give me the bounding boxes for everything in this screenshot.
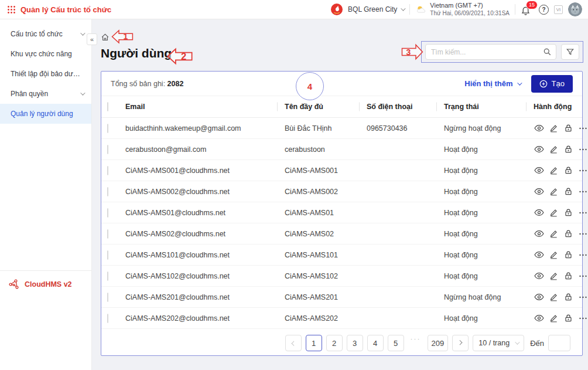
row-checkbox[interactable] [107,145,108,154]
view-eye-icon[interactable] [534,271,544,281]
view-eye-icon[interactable] [534,186,544,197]
lock-icon[interactable] [563,292,573,303]
cell-fullname: CiAMS-AMS202 [285,314,367,323]
cell-fullname: CiAMS-AMS001 [285,167,367,175]
view-eye-icon[interactable] [534,208,544,218]
row-checkbox[interactable] [107,229,108,239]
sidebar-item-thiet-lap-doi-bao-duong[interactable]: Thiết lập đội bảo dưỡng khu ... [0,64,91,84]
cell-fullname: CiAMS-AMS01 [285,209,367,217]
more-actions-icon[interactable] [577,229,588,239]
search-input[interactable] [426,45,556,59]
sidebar-item-phan-quyen[interactable]: Phân quyền [0,84,91,104]
more-actions-icon[interactable] [577,123,588,134]
lock-icon[interactable] [563,313,573,324]
lock-icon[interactable] [563,271,573,281]
edit-pencil-icon[interactable] [548,208,559,218]
more-actions-icon[interactable] [577,313,588,324]
language-toggle[interactable]: VI [554,5,563,14]
more-actions-icon[interactable] [577,250,588,260]
row-checkbox[interactable] [107,293,108,302]
show-more-link[interactable]: Hiển thị thêm [464,79,520,88]
row-checkbox[interactable] [107,314,108,323]
lock-icon[interactable] [563,186,573,197]
sidebar-item-khu-vuc-chuc-nang[interactable]: Khu vực chức năng [0,44,91,64]
row-checkbox[interactable] [107,166,108,175]
column-header-fullname[interactable]: Tên đầy đủ [285,103,367,111]
page-button-2[interactable]: 2 [326,335,343,351]
view-eye-icon[interactable] [534,250,544,260]
more-actions-icon[interactable] [577,165,588,176]
goto-page-input[interactable] [548,335,570,351]
select-all-checkbox[interactable] [107,102,108,111]
timezone-label: Vietnam (GMT +7) [430,2,510,10]
cell-status: Hoạt động [444,188,534,196]
table-toolbar: Tổng số bản ghi: 2082 Hiển thị thêm [101,72,582,96]
app-title: Quản lý Cấu trúc tổ chức [20,5,111,14]
more-actions-icon[interactable] [577,186,588,197]
edit-pencil-icon[interactable] [548,165,559,176]
page-button-209[interactable]: 209 [428,335,449,351]
weather-icon [415,5,426,14]
search-icon[interactable] [543,47,552,59]
page-button-4[interactable]: 4 [367,335,384,351]
pagination: 12345···209 10 / trang Đến [101,329,582,357]
row-checkbox[interactable] [107,124,108,133]
edit-pencil-icon[interactable] [548,123,559,134]
lock-icon[interactable] [563,208,573,218]
page-button-3[interactable]: 3 [347,335,363,351]
edit-pencil-icon[interactable] [548,144,559,155]
org-selector[interactable]: BQL Green City [348,5,404,13]
lock-icon[interactable] [563,123,573,134]
row-checkbox[interactable] [107,271,108,281]
edit-pencil-icon[interactable] [548,229,559,239]
page-size-select[interactable]: 10 / trang [473,335,524,351]
view-eye-icon[interactable] [534,123,544,134]
column-header-phone[interactable]: Số điện thoại [367,103,444,111]
view-eye-icon[interactable] [534,313,544,324]
annotation-arrow-1: 1 [111,29,134,45]
pagination-ellipsis[interactable]: ··· [408,335,423,351]
edit-pencil-icon[interactable] [548,313,559,324]
view-eye-icon[interactable] [534,165,544,176]
lock-icon[interactable] [563,250,573,260]
sidebar-item-cau-truc-to-chuc[interactable]: Cấu trúc tổ chức [0,24,91,44]
lock-icon[interactable] [563,229,573,239]
more-actions-icon[interactable] [577,208,588,218]
view-eye-icon[interactable] [534,144,544,155]
more-actions-icon[interactable] [577,292,588,303]
lock-icon[interactable] [563,165,573,176]
breadcrumb-home-icon[interactable] [101,33,110,42]
next-page-button[interactable] [452,335,469,351]
edit-pencil-icon[interactable] [548,250,559,260]
apps-grid-icon[interactable] [7,5,16,14]
cell-email: CiAMS-AMS002@cloudhms.net [125,188,285,196]
row-checkbox[interactable] [107,187,108,196]
cell-status: Hoạt động [444,272,534,280]
sidebar-collapse-button[interactable]: « [87,33,97,45]
more-actions-icon[interactable] [577,271,588,281]
chevron-left-icon [291,341,296,345]
view-eye-icon[interactable] [534,229,544,239]
row-checkbox[interactable] [107,208,108,218]
page-button-5[interactable]: 5 [388,335,404,351]
edit-pencil-icon[interactable] [548,271,559,281]
user-avatar[interactable] [568,2,582,16]
column-header-email[interactable]: Email [125,103,285,111]
view-eye-icon[interactable] [534,292,544,303]
main-content: « Người dùng 1 2 3 [92,19,588,370]
row-checkbox[interactable] [107,250,108,260]
edit-pencil-icon[interactable] [548,292,559,303]
filter-button[interactable] [561,44,579,60]
edit-pencil-icon[interactable] [548,186,559,197]
create-button[interactable]: Tạo [531,75,573,93]
sidebar-item-quan-ly-nguoi-dung[interactable]: Quản lý người dùng [0,104,91,124]
sidebar-item-label: Cấu trúc tổ chức [11,30,63,38]
prev-page-button[interactable] [285,335,302,351]
page-button-1[interactable]: 1 [306,335,322,351]
notifications-button[interactable]: 15 [521,3,534,16]
org-name: BQL Green City [348,5,397,13]
more-actions-icon[interactable] [577,144,588,155]
column-header-status[interactable]: Trạng thái [444,103,534,111]
help-icon[interactable]: ? [539,5,549,15]
lock-icon[interactable] [563,144,573,155]
